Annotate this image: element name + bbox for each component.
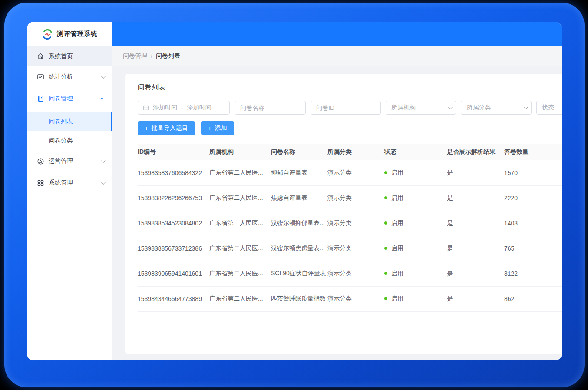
sidebar-item-operations[interactable]: 运营管理 bbox=[27, 150, 112, 172]
date-start-placeholder: 添加时间 bbox=[153, 104, 177, 112]
grid-icon bbox=[36, 179, 44, 187]
status-select[interactable]: 状态 bbox=[536, 101, 562, 115]
table-row[interactable]: 1539838534523084802 广东省第二人民医... 汉密尔顿抑郁量表… bbox=[138, 211, 562, 236]
sidebar-item-system[interactable]: 系统管理 bbox=[27, 172, 112, 194]
sidebar-item-home[interactable]: 系统首页 bbox=[27, 46, 112, 66]
cell-id: 1539843446564773889 bbox=[138, 286, 209, 311]
top-header-bar bbox=[112, 22, 562, 46]
category-select-placeholder: 所属分类 bbox=[466, 104, 491, 112]
breadcrumb-parent[interactable]: 问卷管理 bbox=[123, 52, 147, 60]
plus-icon: + bbox=[208, 125, 212, 132]
add-label: 添加 bbox=[215, 124, 227, 132]
sidebar-item-questionnaire-list[interactable]: 问卷列表 bbox=[27, 112, 112, 131]
cell-status: 启用 bbox=[384, 286, 447, 311]
status-text: 启用 bbox=[391, 295, 403, 302]
card-title: 问卷列表 bbox=[138, 83, 165, 92]
cell-id: 1539839065941401601 bbox=[138, 261, 209, 286]
chart-icon bbox=[36, 73, 44, 81]
table-header-row: ID编号 所属机构 问卷名称 所属分类 状态 是否展示解析结果 答卷数量 bbox=[138, 144, 562, 160]
calendar-icon bbox=[142, 105, 149, 111]
batch-import-label: 批量导入题目 bbox=[152, 124, 188, 132]
sidebar-item-label: 系统管理 bbox=[49, 179, 97, 187]
sidebar-item-questionnaire-category[interactable]: 问卷分类 bbox=[27, 131, 112, 150]
cell-count: 765 bbox=[504, 236, 562, 261]
cell-id: 1539838226296266753 bbox=[138, 185, 209, 211]
sidebar-item-statistics[interactable]: 统计分析 bbox=[27, 66, 112, 88]
breadcrumb: 问卷管理 / 问卷列表 bbox=[112, 46, 562, 66]
table-row[interactable]: 1539835837606584322 广东省第二人民医... 抑郁自评量表 演… bbox=[138, 160, 562, 185]
sidebar-item-label: 统计分析 bbox=[49, 73, 97, 81]
sidebar-item-label: 运营管理 bbox=[49, 157, 97, 165]
cell-status: 启用 bbox=[384, 160, 447, 185]
chevron-down-icon bbox=[101, 74, 106, 79]
questionnaire-table: ID编号 所属机构 问卷名称 所属分类 状态 是否展示解析结果 答卷数量 bbox=[138, 144, 562, 312]
table-row[interactable]: 1539843446564773889 广东省第二人民医... 匹茨堡睡眠质量指… bbox=[138, 286, 562, 311]
status-dot bbox=[384, 221, 387, 225]
cell-show-analysis: 是 bbox=[447, 261, 504, 286]
cell-org: 广东省第二人民医... bbox=[209, 286, 271, 311]
cell-category: 演示分类 bbox=[327, 236, 384, 261]
questionnaire-id-input[interactable] bbox=[311, 101, 381, 115]
table-row[interactable]: 1539839065941401601 广东省第二人民医... SCL90症状自… bbox=[138, 261, 562, 286]
sidebar-item-questionnaire-mgmt[interactable]: 问卷管理 bbox=[27, 88, 112, 109]
cell-org: 广东省第二人民医... bbox=[209, 261, 271, 286]
card-body: 添加时间 - 添加时间 所属机构 所属分类 bbox=[125, 96, 562, 312]
sidebar: 测评管理系统 系统首页 bbox=[27, 22, 112, 360]
cell-count: 862 bbox=[504, 286, 562, 311]
date-end-placeholder: 添加时间 bbox=[187, 104, 211, 112]
main-area: 问卷管理 / 问卷列表 问卷列表 bbox=[112, 22, 562, 360]
cell-id: 1539838856733712386 bbox=[138, 236, 209, 261]
cell-org: 广东省第二人民医... bbox=[209, 185, 271, 211]
cell-show-analysis: 是 bbox=[447, 185, 504, 211]
status-dot bbox=[384, 297, 387, 300]
questionnaire-name-input[interactable] bbox=[235, 101, 306, 115]
cell-name: SCL90症状自评量表 bbox=[271, 261, 327, 286]
cell-show-analysis: 是 bbox=[447, 236, 504, 261]
status-select-placeholder: 状态 bbox=[542, 104, 554, 112]
sidebar-item-label: 问卷分类 bbox=[49, 137, 104, 145]
sidebar-item-label: 系统首页 bbox=[49, 53, 104, 60]
filter-row: 添加时间 - 添加时间 所属机构 所属分类 bbox=[138, 101, 562, 115]
logo: 测评管理系统 bbox=[27, 22, 112, 46]
cell-show-analysis: 是 bbox=[447, 286, 504, 311]
sidebar-item-label: 问卷管理 bbox=[49, 95, 97, 102]
status-dot bbox=[384, 272, 387, 275]
status-text: 启用 bbox=[391, 194, 403, 201]
table-row[interactable]: 1539838856733712386 广东省第二人民医... 汉密尔顿焦虑量表… bbox=[138, 236, 562, 261]
plus-icon: + bbox=[145, 125, 149, 132]
col-name: 问卷名称 bbox=[271, 144, 327, 160]
status-dot bbox=[384, 247, 387, 250]
chevron-down-icon bbox=[524, 105, 528, 109]
cell-category: 演示分类 bbox=[327, 286, 384, 311]
col-id: ID编号 bbox=[138, 144, 209, 160]
batch-import-button[interactable]: + 批量导入题目 bbox=[138, 121, 195, 135]
cell-name: 焦虑自评量表 bbox=[271, 185, 327, 211]
cell-status: 启用 bbox=[384, 236, 447, 261]
chevron-down-icon bbox=[101, 180, 106, 185]
cell-show-analysis: 是 bbox=[447, 160, 504, 185]
content-area: 问卷列表 bbox=[112, 66, 562, 360]
operations-icon bbox=[36, 157, 44, 165]
cell-show-analysis: 是 bbox=[447, 211, 504, 236]
chevron-down-icon bbox=[101, 159, 106, 163]
toolbar: + 批量导入题目 + 添加 bbox=[138, 121, 562, 135]
add-button[interactable]: + 添加 bbox=[201, 121, 234, 135]
cell-name: 汉密尔顿焦虑量表... bbox=[271, 236, 327, 261]
cell-count: 1403 bbox=[504, 211, 562, 236]
status-text: 启用 bbox=[391, 245, 403, 251]
document-icon bbox=[36, 95, 44, 102]
cell-count: 3122 bbox=[504, 261, 562, 286]
card-header: 问卷列表 bbox=[125, 74, 562, 96]
organization-select[interactable]: 所属机构 bbox=[386, 101, 456, 115]
questionnaire-list-card: 问卷列表 bbox=[125, 74, 562, 354]
breadcrumb-current: 问卷列表 bbox=[156, 52, 180, 60]
status-dot bbox=[384, 196, 387, 199]
sidebar-item-label: 问卷列表 bbox=[49, 118, 104, 126]
cell-name: 抑郁自评量表 bbox=[271, 160, 327, 185]
chevron-down-icon bbox=[448, 105, 453, 109]
table-row[interactable]: 1539838226296266753 广东省第二人民医... 焦虑自评量表 演… bbox=[138, 185, 562, 211]
col-show-analysis: 是否展示解析结果 bbox=[447, 144, 504, 160]
category-select[interactable]: 所属分类 bbox=[461, 101, 531, 115]
date-range-picker[interactable]: 添加时间 - 添加时间 bbox=[138, 101, 230, 115]
col-category: 所属分类 bbox=[327, 144, 384, 160]
